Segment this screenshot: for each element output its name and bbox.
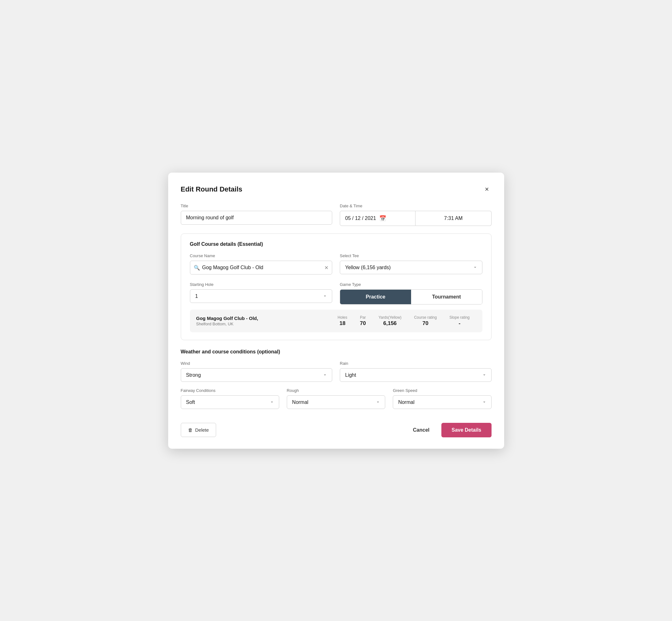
title-label: Title [181, 204, 333, 208]
par-stat: Par 70 [354, 315, 372, 327]
starting-hole-dropdown[interactable]: 1 2 3 4 5 [190, 289, 333, 303]
course-tee-row: Course Name 🔍 ✕ Select Tee Yellow (6,156… [190, 253, 482, 275]
rough-group: Rough Soft Normal Hard [287, 388, 385, 409]
title-datetime-row: Title Date & Time 05 / 12 / 2021 📅 7:31 … [181, 204, 492, 226]
wind-label: Wind [181, 361, 333, 366]
weather-section-title: Weather and course conditions (optional) [181, 349, 492, 355]
par-label: Par [360, 315, 366, 320]
holes-stat: Holes 18 [331, 315, 354, 327]
calendar-icon: 📅 [379, 215, 386, 222]
rain-dropdown[interactable]: None Light Moderate Heavy [340, 368, 492, 382]
select-tee-label: Select Tee [340, 253, 482, 258]
holes-value: 18 [338, 320, 347, 327]
select-tee-dropdown[interactable]: Yellow (6,156 yards) White (6,600 yards)… [340, 261, 482, 274]
course-rating-stat: Course rating 70 [408, 315, 443, 327]
course-info-row: Gog Magog Golf Club - Old, Shelford Bott… [190, 309, 482, 332]
par-value: 70 [360, 320, 366, 327]
cancel-button[interactable]: Cancel [407, 423, 435, 437]
time-value: 7:31 AM [444, 215, 463, 221]
course-name-input[interactable] [190, 261, 333, 275]
wind-dropdown[interactable]: None Light Moderate Strong [181, 368, 333, 382]
rough-dropdown[interactable]: Soft Normal Hard [287, 396, 385, 409]
date-time-group: Date & Time 05 / 12 / 2021 📅 7:31 AM [340, 204, 492, 226]
hole-gametype-row: Starting Hole 1 2 3 4 5 Game Type Practi… [190, 282, 482, 304]
golf-course-section: Golf Course details (Essential) Course N… [181, 234, 492, 340]
starting-hole-label: Starting Hole [190, 282, 333, 287]
rain-group: Rain None Light Moderate Heavy [340, 361, 492, 382]
close-button[interactable]: × [482, 184, 492, 195]
practice-button[interactable]: Practice [340, 290, 411, 304]
tournament-button[interactable]: Tournament [411, 290, 482, 304]
modal-header: Edit Round Details × [181, 184, 492, 195]
footer-row: 🗑 Delete Cancel Save Details [181, 418, 492, 437]
save-button[interactable]: Save Details [442, 423, 491, 437]
title-input[interactable] [181, 211, 333, 225]
slope-rating-value: - [449, 320, 469, 327]
search-icon: 🔍 [194, 264, 200, 271]
green-speed-label: Green Speed [393, 388, 491, 393]
wind-rain-row: Wind None Light Moderate Strong Rain Non… [181, 361, 492, 382]
date-field[interactable]: 05 / 12 / 2021 📅 [340, 211, 416, 226]
time-field[interactable]: 7:31 AM [416, 211, 491, 226]
weather-section: Weather and course conditions (optional)… [181, 349, 492, 409]
holes-label: Holes [338, 315, 347, 320]
modal-title: Edit Round Details [181, 185, 243, 194]
game-type-label: Game Type [340, 282, 482, 287]
trash-icon: 🗑 [188, 427, 193, 432]
wind-group: Wind None Light Moderate Strong [181, 361, 333, 382]
fairway-label: Fairway Conditions [181, 388, 279, 393]
green-speed-group: Green Speed Slow Normal Fast [393, 388, 491, 409]
date-time-label: Date & Time [340, 204, 492, 208]
rough-label: Rough [287, 388, 385, 393]
edit-round-modal: Edit Round Details × Title Date & Time 0… [168, 173, 504, 449]
footer-right: Cancel Save Details [407, 423, 492, 437]
clear-course-icon[interactable]: ✕ [324, 264, 328, 271]
fairway-rough-green-row: Fairway Conditions Soft Normal Hard Roug… [181, 388, 492, 409]
course-full-name: Gog Magog Golf Club - Old, [196, 316, 332, 321]
course-rating-value: 70 [414, 320, 437, 327]
yards-stat: Yards(Yellow) 6,156 [372, 315, 408, 327]
course-location: Shelford Bottom, UK [196, 322, 332, 326]
yards-label: Yards(Yellow) [379, 315, 402, 320]
delete-label: Delete [195, 427, 209, 432]
title-field-group: Title [181, 204, 333, 226]
starting-hole-group: Starting Hole 1 2 3 4 5 [190, 282, 333, 304]
delete-button[interactable]: 🗑 Delete [181, 423, 216, 437]
fairway-dropdown[interactable]: Soft Normal Hard [181, 396, 279, 409]
fairway-group: Fairway Conditions Soft Normal Hard [181, 388, 279, 409]
course-info-name: Gog Magog Golf Club - Old, Shelford Bott… [196, 316, 332, 326]
date-value: 05 / 12 / 2021 [345, 215, 376, 221]
green-speed-dropdown[interactable]: Slow Normal Fast [393, 396, 491, 409]
course-name-field: 🔍 ✕ [190, 261, 333, 275]
golf-course-title: Golf Course details (Essential) [190, 241, 482, 247]
course-name-label: Course Name [190, 253, 333, 258]
course-rating-label: Course rating [414, 315, 437, 320]
slope-rating-stat: Slope rating - [443, 315, 476, 327]
course-name-group: Course Name 🔍 ✕ [190, 253, 333, 275]
select-tee-group: Select Tee Yellow (6,156 yards) White (6… [340, 253, 482, 275]
rain-label: Rain [340, 361, 492, 366]
yards-value: 6,156 [379, 320, 402, 327]
game-type-toggle: Practice Tournament [340, 289, 482, 304]
slope-rating-label: Slope rating [449, 315, 469, 320]
game-type-group: Game Type Practice Tournament [340, 282, 482, 304]
